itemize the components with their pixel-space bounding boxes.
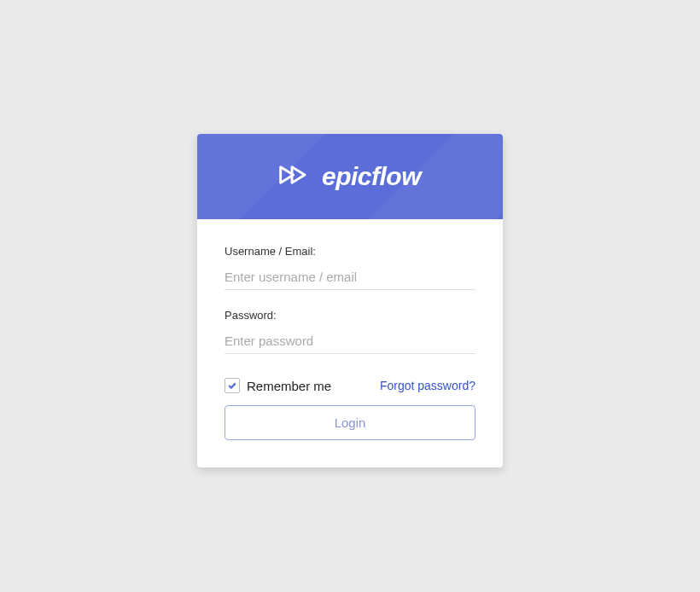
username-input[interactable]: [225, 264, 475, 290]
brand-logo: epicflow: [279, 162, 421, 191]
form-options-row: Remember me Forgot password?: [225, 378, 475, 393]
username-label: Username / Email:: [225, 245, 475, 258]
forward-icon: [279, 162, 313, 191]
username-field-group: Username / Email:: [225, 245, 475, 290]
login-card: epicflow Username / Email: Password: Rem…: [197, 134, 503, 467]
check-icon: [227, 380, 237, 391]
brand-name: epicflow: [322, 162, 421, 191]
password-field-group: Password:: [225, 309, 475, 354]
login-button[interactable]: Login: [225, 405, 475, 440]
login-form: Username / Email: Password: Remember me …: [197, 219, 503, 467]
card-header: epicflow: [197, 134, 503, 219]
remember-me-group: Remember me: [225, 378, 331, 393]
password-input[interactable]: [225, 328, 475, 354]
remember-label: Remember me: [247, 379, 331, 393]
remember-checkbox[interactable]: [225, 378, 240, 393]
password-label: Password:: [225, 309, 475, 322]
forgot-password-link[interactable]: Forgot password?: [380, 379, 475, 392]
